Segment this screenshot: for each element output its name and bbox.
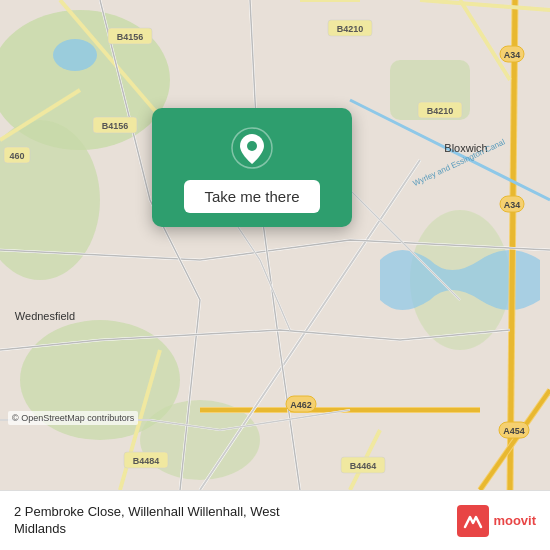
svg-text:B4210: B4210 bbox=[337, 24, 364, 34]
info-bar: 2 Pembroke Close, Willenhall Willenhall,… bbox=[0, 490, 550, 550]
moovit-icon bbox=[457, 505, 489, 537]
location-pin-icon bbox=[230, 126, 274, 170]
address-display: 2 Pembroke Close, Willenhall Willenhall,… bbox=[14, 504, 280, 538]
svg-text:A454: A454 bbox=[503, 426, 525, 436]
svg-text:460: 460 bbox=[9, 151, 24, 161]
svg-text:A462: A462 bbox=[290, 400, 312, 410]
svg-text:B4484: B4484 bbox=[133, 456, 160, 466]
svg-text:A34: A34 bbox=[504, 50, 521, 60]
moovit-logo[interactable]: moovit bbox=[457, 505, 536, 537]
take-me-there-button[interactable]: Take me there bbox=[184, 180, 319, 213]
svg-point-7 bbox=[53, 39, 97, 71]
moovit-label: moovit bbox=[493, 513, 536, 528]
location-popup: Take me there bbox=[152, 108, 352, 227]
svg-text:Wednesfield: Wednesfield bbox=[15, 310, 75, 322]
address-line1: 2 Pembroke Close, Willenhall Willenhall,… bbox=[14, 504, 280, 519]
svg-text:B4210: B4210 bbox=[427, 106, 454, 116]
svg-text:B4464: B4464 bbox=[350, 461, 377, 471]
osm-attribution: © OpenStreetMap contributors bbox=[8, 411, 138, 425]
svg-text:A34: A34 bbox=[504, 200, 521, 210]
address-line2: Midlands bbox=[14, 521, 66, 536]
svg-point-34 bbox=[247, 141, 257, 151]
svg-text:B4156: B4156 bbox=[117, 32, 144, 42]
svg-text:B4156: B4156 bbox=[102, 121, 129, 131]
map-view: B4156 B4156 B4210 B4210 A34 A34 460 Blox… bbox=[0, 0, 550, 490]
